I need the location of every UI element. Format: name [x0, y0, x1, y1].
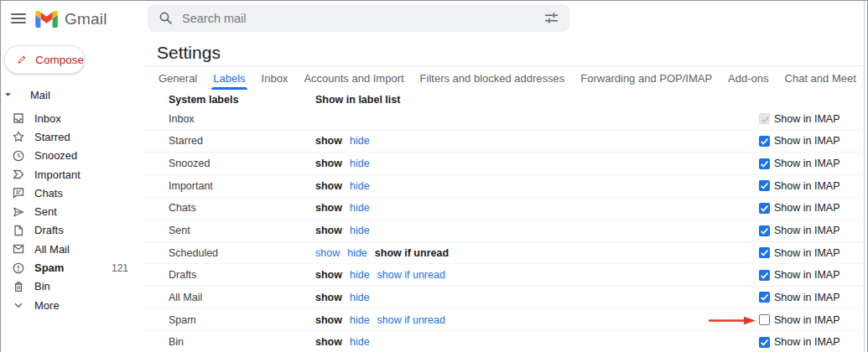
- label-visibility-options: showhideshow if unread: [315, 269, 445, 281]
- sidebar-item-label: Important: [34, 168, 81, 181]
- option-hide[interactable]: hide: [350, 225, 370, 236]
- show-in-imap-checkbox[interactable]: [759, 337, 770, 348]
- sidebar-nav: InboxStarredSnoozedImportantChatsSentDra…: [1, 109, 142, 314]
- sidebar-item-spam[interactable]: Spam121: [1, 258, 142, 277]
- sidebar-item-all-mail[interactable]: All Mail: [1, 240, 142, 258]
- tab-add-ons[interactable]: Add-ons: [726, 70, 770, 88]
- label-name: Spam: [169, 314, 196, 326]
- show-in-imap-checkbox[interactable]: [759, 225, 770, 236]
- sidebar-item-starred[interactable]: Starred: [1, 127, 142, 146]
- label-visibility-options: showhide: [315, 336, 370, 348]
- sidebar-section-label: Mail: [30, 89, 50, 101]
- show-in-imap-checkbox[interactable]: [759, 180, 770, 191]
- alert-circle-icon: [12, 261, 25, 275]
- option-hide[interactable]: hide: [350, 135, 370, 147]
- compose-label: Compose: [35, 54, 84, 66]
- sidebar-item-bin[interactable]: Bin: [1, 277, 142, 296]
- tab-labels[interactable]: Labels: [211, 70, 247, 88]
- option-hide[interactable]: hide: [350, 314, 370, 326]
- show-in-imap-checkbox[interactable]: [759, 247, 770, 258]
- sidebar-item-label: Spam: [34, 261, 64, 274]
- show-in-imap-cell: Show in IMAP: [759, 202, 840, 214]
- tab-general[interactable]: General: [157, 70, 199, 88]
- option-hide[interactable]: hide: [350, 158, 370, 169]
- option-hide[interactable]: hide: [350, 336, 370, 348]
- search-bar[interactable]: [148, 4, 569, 32]
- label-row-starred: StarredshowhideShow in IMAP: [142, 131, 864, 153]
- sidebar-item-more[interactable]: More: [1, 296, 142, 314]
- tab-forwarding-and-pop-imap[interactable]: Forwarding and POP/IMAP: [579, 70, 714, 88]
- label-row-spam: Spamshowhideshow if unreadShow in IMAP: [142, 309, 864, 332]
- settings-main: Settings GeneralLabelsInboxAccounts and …: [142, 38, 864, 352]
- option-hide[interactable]: hide: [350, 202, 370, 214]
- label-visibility-options: showhideshow if unread: [315, 314, 445, 326]
- label-row-scheduled: Scheduledshowhideshow if unreadShow in I…: [142, 242, 864, 265]
- option-show[interactable]: show: [315, 180, 342, 192]
- gmail-logo-icon: [35, 11, 58, 28]
- option-show[interactable]: show: [315, 269, 342, 281]
- tab-accounts-and-import[interactable]: Accounts and Import: [302, 70, 405, 88]
- search-options-tune-icon[interactable]: [544, 11, 559, 25]
- column-header-system-labels: System labels: [169, 94, 238, 106]
- show-in-imap-checkbox[interactable]: [759, 270, 770, 281]
- tab-filters-and-blocked-addresses[interactable]: Filters and blocked addresses: [418, 70, 567, 88]
- show-in-imap-label: Show in IMAP: [774, 269, 840, 281]
- show-in-imap-checkbox[interactable]: [759, 314, 770, 325]
- envelope-icon: [12, 242, 25, 256]
- option-show[interactable]: show: [315, 247, 340, 259]
- option-show[interactable]: show: [315, 225, 342, 236]
- label-name: Important: [169, 180, 213, 192]
- option-show[interactable]: show: [315, 135, 342, 147]
- clock-icon: [12, 149, 25, 163]
- column-header-show-in-label-list: Show in label list: [315, 94, 400, 106]
- settings-tabs: GeneralLabelsInboxAccounts and ImportFil…: [157, 70, 868, 88]
- content-edge-divider: [864, 1, 865, 352]
- option-show[interactable]: show: [315, 292, 342, 303]
- sidebar-item-inbox[interactable]: Inbox: [1, 109, 142, 127]
- option-hide[interactable]: hide: [350, 292, 370, 303]
- option-show-if-unread[interactable]: show if unread: [377, 269, 445, 281]
- option-show-if-unread[interactable]: show if unread: [377, 314, 445, 326]
- show-in-imap-checkbox[interactable]: [759, 158, 770, 169]
- show-in-imap-cell: Show in IMAP: [759, 135, 840, 147]
- sidebar-item-sent[interactable]: Sent: [1, 202, 142, 220]
- show-in-imap-cell: Show in IMAP: [759, 225, 840, 236]
- sidebar-section-mail[interactable]: Mail: [1, 86, 142, 103]
- sidebar-item-label: Snoozed: [34, 149, 77, 162]
- label-visibility-options: showhide: [315, 180, 370, 192]
- label-row-important: ImportantshowhideShow in IMAP: [142, 175, 864, 198]
- show-in-imap-label: Show in IMAP: [774, 135, 840, 147]
- label-name: Bin: [169, 336, 184, 348]
- show-in-imap-checkbox[interactable]: [759, 292, 770, 303]
- show-in-imap-label: Show in IMAP: [774, 113, 840, 125]
- inbox-icon: [12, 111, 25, 125]
- label-name: Sent: [169, 225, 190, 236]
- send-icon: [12, 205, 25, 219]
- show-in-imap-checkbox[interactable]: [759, 203, 770, 214]
- sidebar-item-important[interactable]: Important: [1, 165, 142, 184]
- label-name: Starred: [169, 135, 203, 147]
- option-show[interactable]: show: [315, 202, 342, 214]
- tab-inbox[interactable]: Inbox: [260, 70, 290, 88]
- option-hide[interactable]: hide: [350, 180, 370, 192]
- brand-title: Gmail: [65, 10, 107, 28]
- option-show-if-unread[interactable]: show if unread: [375, 247, 449, 259]
- option-hide[interactable]: hide: [347, 247, 367, 259]
- hamburger-menu-icon[interactable]: [11, 13, 26, 24]
- chat-icon: [12, 186, 25, 199]
- show-in-imap-cell: Show in IMAP: [759, 158, 840, 169]
- option-hide[interactable]: hide: [350, 269, 370, 281]
- sidebar-item-chats[interactable]: Chats: [1, 184, 142, 202]
- sidebar-item-snoozed[interactable]: Snoozed: [1, 147, 142, 165]
- label-visibility-options: showhide: [315, 225, 370, 236]
- tab-chat-and-meet[interactable]: Chat and Meet: [783, 70, 858, 88]
- option-show[interactable]: show: [315, 158, 342, 169]
- option-show[interactable]: show: [315, 336, 342, 348]
- option-show[interactable]: show: [315, 314, 342, 326]
- compose-button[interactable]: Compose: [4, 45, 85, 74]
- search-input[interactable]: [182, 4, 517, 32]
- sidebar-item-drafts[interactable]: Drafts: [1, 221, 142, 240]
- search-icon[interactable]: [159, 11, 173, 25]
- show-in-imap-label: Show in IMAP: [774, 180, 840, 192]
- show-in-imap-checkbox[interactable]: [759, 136, 770, 147]
